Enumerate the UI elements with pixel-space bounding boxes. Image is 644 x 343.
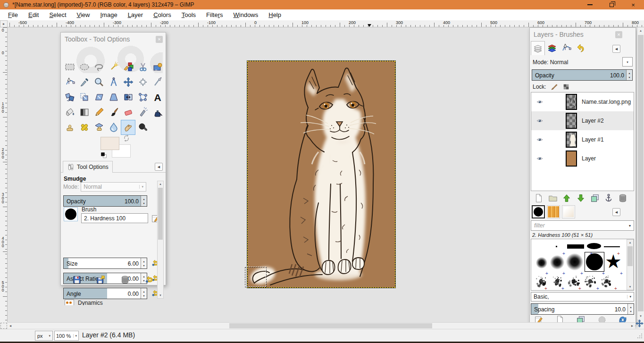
tool-select-by-color[interactable] xyxy=(121,59,135,75)
menu-colors[interactable]: Colors xyxy=(148,10,176,19)
toolbox-title[interactable]: Toolbox - Tool Options × xyxy=(61,33,166,45)
layer-row[interactable]: Layer #1 xyxy=(531,130,634,149)
tool-move[interactable] xyxy=(121,75,135,90)
tool-perspective-clone[interactable] xyxy=(92,120,106,135)
delete-button[interactable] xyxy=(120,275,130,285)
dynamics-row[interactable]: Dynamics xyxy=(65,300,103,305)
layer-name[interactable]: Layer xyxy=(582,155,596,162)
tool-flip[interactable] xyxy=(121,90,135,105)
foreground-color-swatch[interactable] xyxy=(100,137,119,150)
brush-texture-4[interactable] xyxy=(583,274,597,288)
swap-colors-icon[interactable] xyxy=(123,134,130,142)
raise-layer-button[interactable] xyxy=(561,193,572,203)
tool-dodge-burn[interactable] xyxy=(135,120,150,135)
lock-alpha-icon[interactable] xyxy=(562,83,570,91)
brush-block[interactable] xyxy=(567,244,584,249)
vertical-ruler[interactable]: 001 0 02 0 03 0 04 0 05 0 0 xyxy=(0,27,8,322)
layer-opacity-spinner[interactable]: ▴▾ xyxy=(626,70,632,80)
layer-visibility-eye-icon[interactable] xyxy=(535,155,544,162)
brush-filter-input[interactable]: filter ▾ xyxy=(531,220,634,231)
restore-button[interactable] xyxy=(96,275,106,285)
tool-crop[interactable] xyxy=(150,75,165,90)
tool-perspective[interactable] xyxy=(106,90,121,105)
collapse-brushes-button[interactable]: ◀ xyxy=(612,208,620,216)
tool-text[interactable]: A xyxy=(150,90,165,105)
brush-texture-1[interactable] xyxy=(534,274,548,288)
tool-color-picker[interactable] xyxy=(77,75,92,90)
close-button[interactable]: × xyxy=(622,0,644,9)
toolbox-close-button[interactable]: × xyxy=(156,36,163,43)
save-button[interactable] xyxy=(72,275,82,285)
lower-layer-button[interactable] xyxy=(576,193,586,203)
tool-free-select[interactable] xyxy=(92,59,106,75)
dock-tab-layers[interactable] xyxy=(531,41,545,55)
layer-row[interactable]: Layer xyxy=(531,149,634,168)
image-canvas[interactable] xyxy=(247,61,395,288)
spacing-spinner[interactable]: ▴▾ xyxy=(627,304,634,314)
tool-clone[interactable] xyxy=(62,120,77,135)
brush-category-dropdown[interactable]: Basic,▾ xyxy=(531,292,634,301)
tool-paintbrush[interactable] xyxy=(106,105,121,120)
menu-filters[interactable]: Filters xyxy=(201,10,228,19)
dock-tab-patterns[interactable] xyxy=(547,205,560,218)
tool-measure[interactable] xyxy=(106,75,121,90)
brush-texture-3[interactable] xyxy=(567,274,581,288)
opacity-spinner[interactable]: ▴▾ xyxy=(141,196,147,206)
opacity-slider[interactable]: Opacity 100.0 ▴▾ xyxy=(63,195,147,207)
layer-name[interactable]: Name.star.long.png xyxy=(582,99,631,105)
horizontal-ruler[interactable]: -500-400-300-200-10001002003004005006007… xyxy=(8,20,644,27)
layer-thumbnail[interactable] xyxy=(566,94,577,110)
tool-heal[interactable] xyxy=(77,120,92,135)
tool-smudge[interactable] xyxy=(121,120,135,135)
anchor-layer-button[interactable] xyxy=(603,193,614,203)
dock-tab-channels[interactable] xyxy=(545,41,559,55)
collapse-layers-button[interactable]: ◀ xyxy=(612,45,620,53)
layer-name[interactable]: Layer #1 xyxy=(582,136,604,143)
dock-tab-undo-history[interactable] xyxy=(573,41,587,55)
duplicate-layer-button[interactable] xyxy=(590,193,600,203)
brush-grid-scrollbar[interactable]: ▴ ▾ xyxy=(627,239,634,290)
brush-texture-2[interactable] xyxy=(550,274,564,288)
tool-ellipse-select[interactable] xyxy=(77,59,92,75)
collapse-toolbox-button[interactable]: ◀ xyxy=(155,163,163,171)
minimize-button[interactable] xyxy=(579,0,601,9)
size-spinner[interactable]: ▴▾ xyxy=(141,258,147,268)
tool-shear[interactable] xyxy=(92,90,106,105)
tool-ink[interactable] xyxy=(150,105,165,120)
brush-ellipse[interactable] xyxy=(587,243,601,249)
tool-pencil[interactable] xyxy=(92,105,106,120)
zoom-dropdown[interactable]: 100 %▾ xyxy=(54,331,79,341)
menu-edit[interactable]: Edit xyxy=(23,10,44,19)
tool-foreground-select[interactable] xyxy=(150,59,165,75)
tool-scale[interactable] xyxy=(77,90,92,105)
tool-paths[interactable] xyxy=(62,75,77,90)
layer-row[interactable]: Name.star.long.png xyxy=(531,92,634,111)
tool-eraser[interactable] xyxy=(121,105,135,120)
tool-blur-sharpen[interactable] xyxy=(106,120,121,135)
tool-scissors-select[interactable] xyxy=(135,59,150,75)
new-group-button[interactable] xyxy=(548,193,558,203)
new-layer-button[interactable] xyxy=(534,193,544,203)
brush-fuzzy-small[interactable] xyxy=(536,257,547,268)
menu-tools[interactable]: Tools xyxy=(176,10,201,19)
brush-star[interactable]: ★ xyxy=(605,253,622,269)
layer-thumbnail[interactable] xyxy=(566,151,577,167)
brush-thumbnail[interactable] xyxy=(64,207,78,221)
menu-image[interactable]: Image xyxy=(95,10,122,19)
delete-layer-button[interactable] xyxy=(618,193,628,203)
tool-handle-transform[interactable] xyxy=(135,90,150,105)
canvas-horizontal-scrollbar[interactable]: ◂ ▸ xyxy=(8,322,635,329)
layer-visibility-eye-icon[interactable] xyxy=(535,136,544,143)
brush-fuzzy-large[interactable] xyxy=(566,253,583,270)
layer-row[interactable]: Layer #2 xyxy=(531,111,634,130)
layers-dock-title[interactable]: Layers - Brushes × xyxy=(530,28,636,40)
menu-file[interactable]: File xyxy=(3,10,23,19)
tool-rotate[interactable] xyxy=(62,90,77,105)
tool-gradient[interactable] xyxy=(77,105,92,120)
angle-slider[interactable]: Angle 0.00 ▴▾ xyxy=(63,288,147,299)
tool-bucket-fill[interactable] xyxy=(62,105,77,120)
ruler-corner-button[interactable]: ▸ xyxy=(0,20,8,27)
angle-spinner[interactable]: ▴▾ xyxy=(141,288,147,299)
menu-help[interactable]: Help xyxy=(263,10,286,19)
tab-tool-options[interactable]: Tool Options xyxy=(63,161,113,173)
